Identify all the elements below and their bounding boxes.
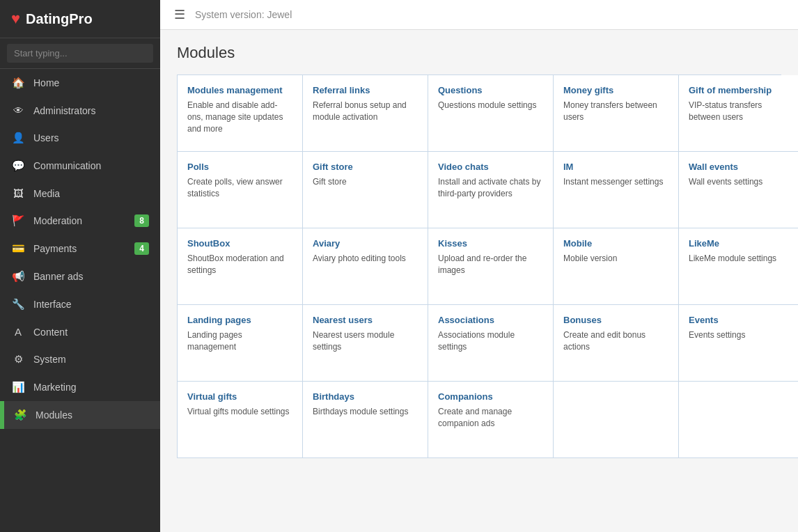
sidebar-item-system[interactable]: ⚙System [0, 345, 160, 373]
module-title: Nearest users [313, 315, 418, 325]
home-icon: 🏠 [11, 77, 25, 89]
topbar: ☰ System version: Jewel [160, 0, 798, 30]
payments-icon: 💳 [11, 242, 25, 255]
sidebar-item-home[interactable]: 🏠Home [0, 69, 160, 97]
nav-label-users: Users [33, 132, 59, 143]
banner-ads-icon: 📢 [11, 270, 25, 283]
nav-label-moderation: Moderation [33, 215, 82, 226]
sidebar-item-payments[interactable]: 💳Payments4 [0, 235, 160, 263]
module-card-Kisses[interactable]: KissesUpload and re-order the images [428, 228, 554, 305]
active-accent [2, 401, 4, 429]
module-title: IM [563, 162, 668, 172]
module-card-ShoutBox[interactable]: ShoutBoxShoutBox moderation and settings [178, 228, 303, 305]
module-desc: Nearest users module settings [313, 329, 418, 353]
module-desc: Landing pages management [187, 329, 292, 353]
module-card-Polls[interactable]: PollsCreate polls, view answer statistic… [178, 152, 303, 228]
module-desc: Install and activate chats by third-part… [438, 176, 543, 200]
module-desc: Events settings [689, 329, 794, 341]
module-card-Referral links[interactable]: Referral linksReferral bonus setup and m… [303, 75, 428, 152]
module-desc: Gift store [313, 176, 418, 188]
hamburger-icon[interactable]: ☰ [174, 7, 185, 22]
sidebar-item-banner-ads[interactable]: 📢Banner ads [0, 263, 160, 290]
sidebar-search-container [0, 38, 160, 69]
nav-label-system: System [33, 354, 66, 365]
module-card-LikeMe[interactable]: LikeMeLikeMe module settings [679, 228, 798, 305]
module-title: Birthdays [313, 391, 418, 402]
module-card-Mobile[interactable]: MobileMobile version [554, 228, 679, 305]
media-icon: 🖼 [11, 187, 25, 199]
sidebar-item-content[interactable]: AContent [0, 318, 160, 345]
module-title: Video chats [438, 162, 543, 172]
sidebar-item-interface[interactable]: 🔧Interface [0, 290, 160, 318]
marketing-icon: 📊 [11, 381, 25, 393]
module-card-Virtual gifts[interactable]: Virtual giftsVirtual gifts module settin… [178, 382, 303, 458]
module-card-Gift of membership[interactable]: Gift of membershipVIP-status transfers b… [679, 75, 798, 152]
module-card-Bonuses[interactable]: BonusesCreate and edit bonus actions [554, 305, 679, 382]
nav-label-administrators: Administrators [33, 105, 95, 116]
module-desc: LikeMe module settings [689, 253, 794, 265]
interface-icon: 🔧 [11, 298, 25, 311]
module-card-Associations[interactable]: AssociationsAssociations module settings [428, 305, 554, 382]
module-title: Bonuses [563, 315, 668, 325]
sidebar-logo: ♥ DatingPro [0, 0, 160, 38]
module-desc: Create and manage companion ads [438, 406, 543, 430]
nav-label-payments: Payments [33, 243, 77, 254]
module-card-Modules management[interactable]: Modules managementEnable and disable add… [178, 75, 303, 152]
nav-label-marketing: Marketing [33, 382, 76, 393]
users-icon: 👤 [11, 132, 25, 144]
nav-label-interface: Interface [33, 299, 71, 310]
module-desc: Create polls, view answer statistics [187, 176, 292, 200]
moderation-icon: 🚩 [11, 214, 25, 227]
system-icon: ⚙ [11, 353, 25, 366]
search-input[interactable] [7, 44, 153, 63]
module-card-Gift store[interactable]: Gift storeGift store [303, 152, 428, 228]
sidebar-item-communication[interactable]: 💬Communication [0, 152, 160, 180]
module-card-Video chats[interactable]: Video chatsInstall and activate chats by… [428, 152, 554, 228]
sidebar-item-moderation[interactable]: 🚩Moderation8 [0, 207, 160, 235]
content-icon: A [11, 326, 25, 338]
module-card-Money gifts[interactable]: Money giftsMoney transfers between users [554, 75, 679, 152]
module-desc: Virtual gifts module settings [187, 406, 292, 418]
sidebar-item-media[interactable]: 🖼Media [0, 180, 160, 207]
communication-icon: 💬 [11, 159, 25, 172]
module-card-Questions[interactable]: QuestionsQuestions module settings [428, 75, 554, 152]
module-card-Birthdays[interactable]: BirthdaysBirthdays module settings [303, 382, 428, 458]
module-title: Referral links [313, 85, 418, 95]
module-title: Wall events [689, 162, 794, 172]
module-title: Aviary [313, 238, 418, 249]
sidebar-item-users[interactable]: 👤Users [0, 124, 160, 152]
module-title: Gift of membership [689, 85, 794, 95]
module-desc: Instant messenger settings [563, 176, 668, 188]
version-text: System version: Jewel [195, 9, 292, 20]
module-card-IM[interactable]: IMInstant messenger settings [554, 152, 679, 228]
module-card-Events[interactable]: EventsEvents settings [679, 305, 798, 382]
module-card-Landing pages[interactable]: Landing pagesLanding pages management [178, 305, 303, 382]
module-card-Nearest users[interactable]: Nearest usersNearest users module settin… [303, 305, 428, 382]
module-title: Landing pages [187, 315, 292, 325]
module-desc: Questions module settings [438, 100, 543, 111]
module-desc: VIP-status transfers between users [689, 100, 794, 123]
module-desc: Wall events settings [689, 176, 794, 188]
module-title: Kisses [438, 238, 543, 249]
nav-label-media: Media [33, 188, 60, 199]
module-title: Associations [438, 315, 543, 325]
nav-label-home: Home [33, 77, 59, 88]
sidebar-nav: 🏠Home👁Administrators👤Users💬Communication… [0, 69, 160, 532]
module-card-Aviary[interactable]: AviaryAviary photo editing tools [303, 228, 428, 305]
module-desc: Money transfers between users [563, 100, 668, 123]
module-card-23[interactable] [554, 382, 679, 458]
module-desc: Upload and re-order the images [438, 253, 543, 276]
module-desc: Associations module settings [438, 329, 543, 353]
sidebar-item-modules[interactable]: 🧩Modules [0, 401, 160, 429]
nav-badge-payments: 4 [134, 242, 149, 255]
nav-label-modules: Modules [36, 409, 72, 421]
module-card-Wall events[interactable]: Wall eventsWall events settings [679, 152, 798, 228]
module-card-Companions[interactable]: CompanionsCreate and manage companion ad… [428, 382, 554, 458]
sidebar-item-administrators[interactable]: 👁Administrators [0, 97, 160, 124]
nav-label-communication: Communication [33, 160, 101, 171]
module-title: Events [689, 315, 794, 325]
module-card-24[interactable] [679, 382, 798, 458]
heart-icon: ♥ [11, 10, 20, 28]
sidebar-item-marketing[interactable]: 📊Marketing [0, 373, 160, 401]
module-desc: Aviary photo editing tools [313, 253, 418, 265]
